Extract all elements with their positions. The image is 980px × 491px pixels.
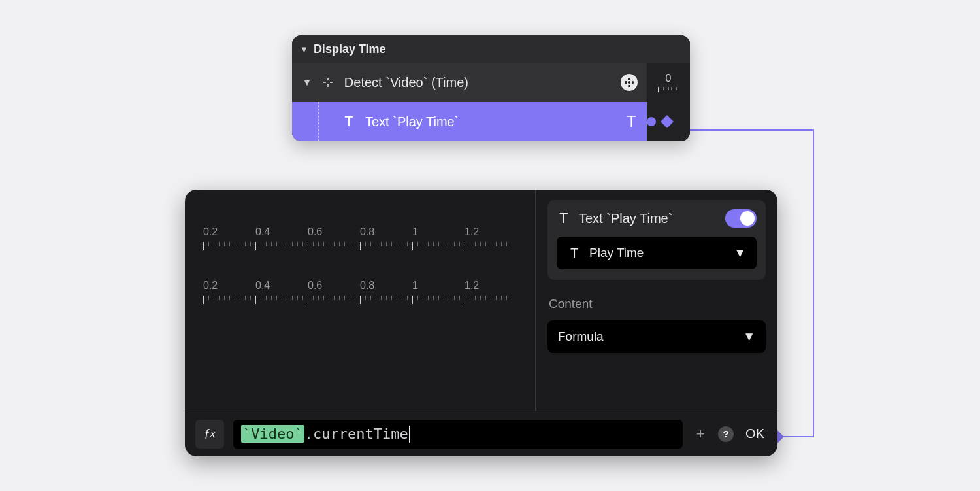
- timeline-gutter-cell: 0: [647, 63, 690, 102]
- ruler-label: 0.4: [255, 226, 308, 238]
- ruler-label: 0.2: [203, 280, 255, 292]
- ruler-ticks: [203, 296, 517, 305]
- layer-card: T Text `Play Time` T Play Time ▼: [547, 200, 766, 280]
- ruler-label: 1: [412, 280, 465, 292]
- layer-tree-left: ▼ Display Time ▼ Detect `Video` (Time): [292, 35, 647, 141]
- text-icon: T: [627, 112, 636, 131]
- formula-suffix: .currentTime: [304, 426, 408, 442]
- layer-card-title: Text `Play Time`: [579, 211, 672, 226]
- ruler-ticks: [203, 242, 517, 251]
- ruler-label: 0.4: [255, 280, 308, 292]
- formula-input[interactable]: `Video`.currentTime: [233, 420, 683, 449]
- text-icon: T: [342, 114, 356, 129]
- indent-guide: [318, 102, 319, 141]
- layer-row-label: Text `Play Time`: [365, 114, 459, 129]
- timeline-label-zero: 0: [666, 73, 672, 84]
- ruler-label: 0.8: [360, 280, 412, 292]
- inspector-timeline-area: 0.20.40.60.811.2 0.20.40.60.811.2: [185, 190, 536, 411]
- ruler-label: 0.2: [203, 226, 255, 238]
- ruler-label: 0.6: [308, 280, 360, 292]
- inspector-panel: 0.20.40.60.811.2 0.20.40.60.811.2 T Text…: [185, 190, 777, 456]
- panel-title: Display Time: [314, 42, 386, 56]
- inspector-right-column: T Text `Play Time` T Play Time ▼ Content…: [536, 190, 777, 411]
- ruler-labels: 0.20.40.60.811.2: [203, 280, 517, 292]
- layer-row-label: Detect `Video` (Time): [344, 75, 468, 90]
- content-select-value: Formula: [558, 330, 604, 344]
- panel-header-display-time[interactable]: ▼ Display Time: [292, 35, 647, 63]
- ruler-label: 0.6: [308, 226, 360, 238]
- content-section-label: Content: [549, 297, 766, 311]
- help-button[interactable]: ?: [718, 426, 734, 442]
- disclosure-triangle-icon[interactable]: ▼: [302, 77, 312, 88]
- ruler-label: 1.2: [465, 280, 517, 292]
- layer-row-text-play-time[interactable]: T Text `Play Time` T: [292, 102, 647, 141]
- text-icon: T: [557, 211, 571, 226]
- ok-button[interactable]: OK: [743, 426, 767, 441]
- timeline-ruler-2: 0.20.40.60.811.2: [203, 280, 517, 305]
- timeline-ticks: [658, 87, 679, 92]
- ruler-label: 0.8: [360, 226, 412, 238]
- chevron-down-icon: ▼: [734, 246, 746, 260]
- chevron-down-icon: ▼: [743, 330, 755, 344]
- layer-select[interactable]: T Play Time ▼: [557, 237, 757, 269]
- text-icon: T: [567, 246, 581, 260]
- layer-visibility-toggle[interactable]: [725, 209, 757, 228]
- keyframe-dot-icon[interactable]: [647, 117, 656, 126]
- layer-row-detect-video[interactable]: ▼ Detect `Video` (Time): [292, 63, 647, 102]
- disclosure-triangle-icon[interactable]: ▼: [300, 44, 308, 54]
- content-type-select[interactable]: Formula ▼: [547, 320, 766, 353]
- detect-icon: [321, 75, 335, 90]
- layer-select-value: Play Time: [589, 246, 644, 260]
- add-button[interactable]: +: [692, 426, 709, 443]
- text-cursor: [409, 426, 410, 443]
- layer-tree-panel: ▼ Display Time ▼ Detect `Video` (Time): [292, 35, 690, 141]
- ruler-label: 1: [412, 226, 465, 238]
- film-reel-icon: [621, 74, 638, 91]
- fx-icon[interactable]: ƒx: [195, 420, 224, 449]
- formula-token-video: `Video`: [241, 425, 304, 443]
- formula-bar: ƒx `Video`.currentTime + ? OK: [185, 411, 777, 456]
- ruler-label: 1.2: [465, 226, 517, 238]
- timeline-ruler-1: 0.20.40.60.811.2: [203, 226, 517, 251]
- ruler-labels: 0.20.40.60.811.2: [203, 226, 517, 238]
